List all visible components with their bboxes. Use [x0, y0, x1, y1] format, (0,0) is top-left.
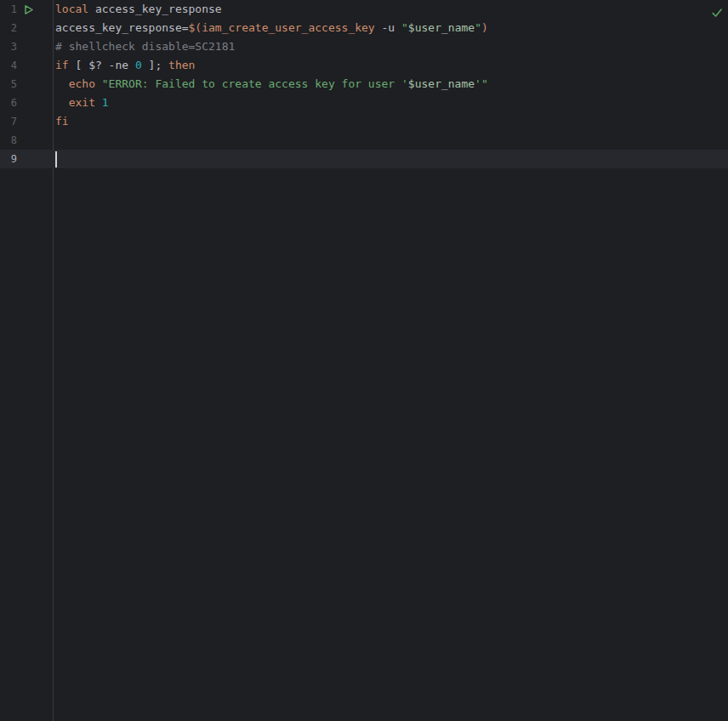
code-lines-container[interactable]: 1local access_key_response2access_key_re… — [0, 0, 728, 168]
run-line-icon[interactable] — [23, 3, 35, 15]
inspection-ok-check-icon[interactable] — [710, 6, 724, 20]
code-token: local — [55, 0, 88, 19]
code-token: " — [401, 19, 408, 37]
code-token — [55, 94, 69, 112]
code-text[interactable]: if [ $? -ne 0 ]; then — [54, 56, 195, 75]
line-number[interactable]: 6 — [0, 94, 17, 112]
code-token: then — [168, 56, 195, 75]
code-token: '" — [475, 75, 488, 94]
code-token — [55, 75, 69, 94]
line-number[interactable]: 9 — [0, 150, 17, 168]
code-token: access_key_response — [88, 0, 222, 19]
code-token: # shellcheck disable=SC2181 — [55, 37, 235, 56]
line-number[interactable]: 3 — [0, 37, 17, 56]
code-token: echo — [69, 75, 95, 94]
gutter-cell: 6 — [0, 94, 54, 112]
code-token: $user_name — [408, 75, 475, 94]
code-text[interactable]: fi — [54, 112, 69, 131]
line-number[interactable]: 8 — [0, 131, 17, 150]
code-text[interactable]: access_key_response=$(iam_create_user_ac… — [54, 19, 488, 37]
code-line-1[interactable]: 1local access_key_response — [0, 0, 728, 19]
play-triangle-icon — [24, 4, 34, 15]
gutter-cell: 5 — [0, 75, 54, 94]
code-text[interactable]: local access_key_response — [54, 0, 222, 19]
code-line-9[interactable]: 9 — [0, 150, 728, 168]
gutter-cell: 3 — [0, 37, 54, 56]
code-token: "ERROR: Failed to create access key for … — [102, 75, 408, 94]
gutter-cell: 1 — [0, 0, 54, 19]
check-icon — [711, 7, 723, 19]
gutter-cell: 4 — [0, 56, 54, 75]
code-line-3[interactable]: 3# shellcheck disable=SC2181 — [0, 37, 728, 56]
line-number[interactable]: 1 — [0, 0, 17, 19]
code-line-8[interactable]: 8 — [0, 131, 728, 150]
code-editor: 1local access_key_response2access_key_re… — [0, 0, 728, 721]
code-token: 1 — [102, 94, 109, 112]
code-token: ) — [481, 19, 488, 37]
gutter-cell: 9 — [0, 150, 54, 168]
code-token: if — [55, 56, 69, 75]
code-token: exit — [69, 94, 95, 112]
line-number[interactable]: 2 — [0, 19, 17, 37]
text-caret — [55, 151, 57, 167]
code-text[interactable] — [54, 131, 55, 150]
code-token: $(iam_create_user_access_key — [189, 19, 375, 37]
code-token: -u — [375, 19, 401, 37]
code-line-4[interactable]: 4if [ $? -ne 0 ]; then — [0, 56, 728, 75]
code-text[interactable] — [54, 150, 57, 168]
code-token: $user_name — [408, 19, 475, 37]
code-line-5[interactable]: 5 echo "ERROR: Failed to create access k… — [0, 75, 728, 94]
code-token: 0 — [135, 56, 142, 75]
code-token — [95, 94, 102, 112]
code-line-7[interactable]: 7fi — [0, 112, 728, 131]
code-line-2[interactable]: 2access_key_response=$(iam_create_user_a… — [0, 19, 728, 37]
code-token: ]; — [142, 56, 168, 75]
code-text[interactable]: echo "ERROR: Failed to create access key… — [54, 75, 488, 94]
code-token: access_key_response= — [55, 19, 189, 37]
gutter-cell: 8 — [0, 131, 54, 150]
gutter-cell: 7 — [0, 112, 54, 131]
line-number[interactable]: 5 — [0, 75, 17, 94]
code-token: [ $? -ne — [69, 56, 135, 75]
code-line-6[interactable]: 6 exit 1 — [0, 94, 728, 112]
code-token — [95, 75, 102, 94]
line-number[interactable]: 7 — [0, 112, 17, 131]
code-token: fi — [55, 112, 69, 131]
gutter-cell: 2 — [0, 19, 54, 37]
code-token: " — [475, 19, 481, 37]
code-text[interactable]: # shellcheck disable=SC2181 — [54, 37, 235, 56]
line-number[interactable]: 4 — [0, 56, 17, 75]
code-text[interactable]: exit 1 — [54, 94, 109, 112]
